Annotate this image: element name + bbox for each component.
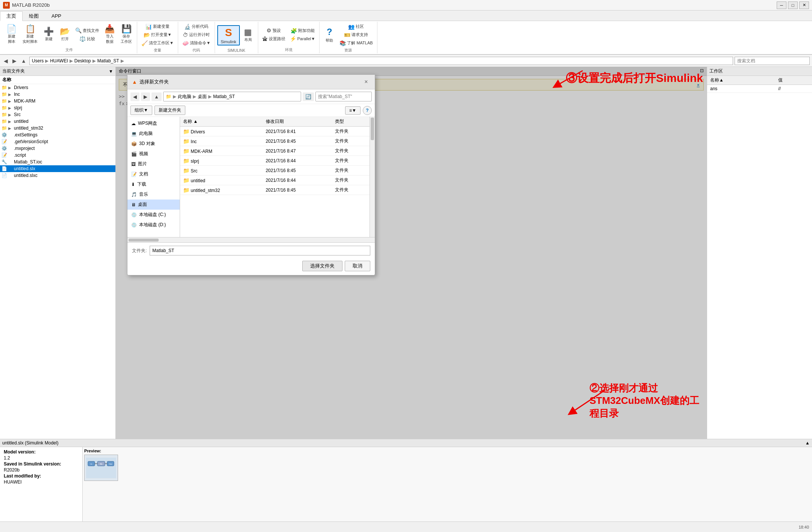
dialog-sidebar-3d[interactable]: 📦 3D 对象 xyxy=(127,139,180,149)
dialog-scroll-thumb[interactable] xyxy=(371,118,374,140)
status-bar: 18:40 xyxy=(0,521,812,532)
dialog-help-button[interactable]: ? xyxy=(363,106,372,115)
dialog-back-button[interactable]: ◀ xyxy=(130,92,139,101)
svg-rect-0 xyxy=(86,458,116,478)
new-live-script-button[interactable]: 📋 新建实时脚本 xyxy=(20,24,40,45)
file-date-drivers: 2021/7/16 8:41 xyxy=(263,127,332,136)
tree-item-inc[interactable]: ▶Inc xyxy=(0,91,115,98)
dialog-refresh-button[interactable]: 🔄 xyxy=(303,92,314,101)
dialog-sidebar-downloads[interactable]: ⬇ 下载 xyxy=(127,179,180,189)
close-button[interactable]: ✕ xyxy=(799,2,809,9)
learn-matlab-button[interactable]: 📚 了解 MATLAB xyxy=(338,39,374,47)
dialog-sidebar-desktop[interactable]: 🖥 桌面 xyxy=(127,200,180,210)
new-script-button[interactable]: 📄 新建脚本 xyxy=(4,24,19,45)
dialog-up-button[interactable]: ▲ xyxy=(151,92,162,101)
save-workspace-button[interactable]: 💾 保存工作区 xyxy=(118,24,135,45)
expand-untitled-icon: ▶ xyxy=(8,119,13,124)
add-features-button[interactable]: 🧩 附加功能 xyxy=(288,27,317,35)
back-button[interactable]: ◀ xyxy=(2,57,9,65)
tab-plot[interactable]: 绘图 xyxy=(23,11,45,21)
file-row-slprj[interactable]: 📁 slprj 2021/7/16 8:44 文件夹 xyxy=(180,156,370,166)
bottom-panel-title: untitled.slx (Simulink Model) xyxy=(2,440,58,446)
dialog-close-button[interactable]: × xyxy=(362,78,370,86)
tab-app[interactable]: APP xyxy=(45,11,68,21)
tree-item-untitled[interactable]: ▶untitled xyxy=(0,118,115,125)
tree-item-get-version-script[interactable]: .getVersionScript xyxy=(0,138,115,145)
compare-button[interactable]: ⚖️ 比较 xyxy=(73,35,101,43)
forward-button[interactable]: ▶ xyxy=(11,57,18,65)
run-time-button[interactable]: ⏱ 运行并计时 xyxy=(180,31,212,39)
dialog-sidebar-wps[interactable]: ☁ WPS网盘 xyxy=(127,118,180,128)
tree-item-untitled-slx[interactable]: untitled.slx xyxy=(0,165,115,172)
set-path-button[interactable]: 🛣 设置路径 xyxy=(261,35,287,43)
dialog-view-button[interactable]: ≡▼ xyxy=(345,106,361,115)
tree-item-ext-settings[interactable]: .extSettings xyxy=(0,131,115,138)
dialog-filename-input[interactable] xyxy=(150,246,370,255)
tree-item-untitled-stm32[interactable]: ▶untitled_stm32 xyxy=(0,125,115,131)
dialog-hscroll-track[interactable] xyxy=(127,237,375,242)
preferences-button[interactable]: ⚙ 预设 xyxy=(261,27,287,35)
dialog-sidebar-docs[interactable]: 📝 文档 xyxy=(127,169,180,179)
file-row-src[interactable]: 📁 Src 2021/7/16 8:45 文件夹 xyxy=(180,166,370,175)
tree-item-slprj[interactable]: ▶slprj xyxy=(0,104,115,111)
new-button[interactable]: ➕ 新建 xyxy=(41,26,56,43)
file-row-untitled[interactable]: 📁 untitled 2021/7/16 8:44 文件夹 xyxy=(180,175,370,185)
tree-item-mxproject[interactable]: .mxproject xyxy=(0,145,115,152)
dialog-sidebar-disk-d[interactable]: 💿 本地磁盘 (D:) xyxy=(127,220,180,230)
tree-item-drivers[interactable]: ▶Drivers xyxy=(0,84,115,91)
dialog-hscroll-thumb[interactable] xyxy=(129,239,159,242)
model-last-modified-label-line: Last modified by: xyxy=(4,473,79,479)
sidebar-collapse-icon[interactable]: ▼ xyxy=(109,69,113,74)
bottom-panel-toggle[interactable]: ▲ xyxy=(805,440,810,446)
tree-item-script[interactable]: .script xyxy=(0,152,115,159)
dialog-title-content: ▲ 选择新文件夹 xyxy=(132,79,169,85)
tab-home[interactable]: 主页 xyxy=(0,11,23,21)
cmd-maximize-icon[interactable]: ⊡ xyxy=(700,68,704,74)
simulink-button[interactable]: S Simulink xyxy=(217,25,240,45)
file-row-untitled-stm32[interactable]: 📁 untitled_stm32 2021/7/16 8:45 文件夹 xyxy=(180,185,370,195)
file-date-inc: 2021/7/16 8:45 xyxy=(263,136,332,146)
up-button[interactable]: ▲ xyxy=(20,57,28,65)
cmd-prompt-label: fx xyxy=(119,101,125,106)
tree-item-matlab-st-ioc[interactable]: Matlab_ST.ioc xyxy=(0,159,115,165)
dialog-search-input[interactable] xyxy=(315,92,372,101)
expand-drivers-icon: ▶ xyxy=(8,86,13,90)
dialog-sidebar-pictures[interactable]: 🖼 图片 xyxy=(127,159,180,169)
file-name-drivers: 📁 Drivers xyxy=(180,127,263,136)
tree-item-src[interactable]: ▶Src xyxy=(0,111,115,118)
minimize-button[interactable]: ─ xyxy=(777,2,786,9)
community-button[interactable]: 👥 社区 xyxy=(338,23,374,30)
new-variable-icon: 📊 xyxy=(145,24,152,29)
request-support-button[interactable]: 🎫 请求支持 xyxy=(338,31,374,39)
open-variable-button[interactable]: 📂 打开变量▼ xyxy=(139,31,176,39)
nav-search-input[interactable] xyxy=(735,57,810,65)
file-row-inc[interactable]: 📁 Inc 2021/7/16 8:45 文件夹 xyxy=(180,136,370,146)
new-variable-button[interactable]: 📊 新建变量 xyxy=(139,23,176,30)
dialog-forward-button[interactable]: ▶ xyxy=(141,92,150,101)
dialog-select-folder-button[interactable]: 选择文件夹 xyxy=(302,261,342,271)
dialog-cancel-button[interactable]: 取消 xyxy=(345,261,370,271)
clear-workspace-button[interactable]: 🧹 清空工作区▼ xyxy=(139,39,176,47)
maximize-button[interactable]: □ xyxy=(788,2,798,9)
file-row-mdk-arm[interactable]: 📁 MDK-ARM 2021/7/16 8:47 文件夹 xyxy=(180,146,370,156)
cmd-notice-dismiss[interactable]: × xyxy=(697,82,700,88)
dialog-sidebar-video[interactable]: 🎬 视频 xyxy=(127,149,180,159)
tree-item-mdk-arm[interactable]: ▶MDK-ARM xyxy=(0,98,115,104)
layout-button[interactable]: ▦ 布局 xyxy=(241,27,256,44)
import-data-button[interactable]: 📥 导入数据 xyxy=(102,24,117,45)
analyze-code-button[interactable]: 🔬 分析代码 xyxy=(180,23,212,30)
dialog-sidebar-computer[interactable]: 💻 此电脑 xyxy=(127,128,180,139)
dialog-sidebar-music[interactable]: 🎵 音乐 xyxy=(127,189,180,200)
dialog-organize-button[interactable]: 组织▼ xyxy=(130,106,152,115)
center-panel: 命令行窗口 ⊡ 不熟悉 MATLAB? 请参阅有关快速入门的资源。 × >> R… xyxy=(116,67,707,439)
find-file-button[interactable]: 🔍 查找文件 xyxy=(73,27,101,35)
clear-commands-button[interactable]: 🧼 清除命令▼ xyxy=(180,39,212,47)
dialog-scroll-track[interactable] xyxy=(370,117,375,237)
parallel-button[interactable]: ⚡ Parallel▼ xyxy=(288,35,317,42)
file-row-drivers[interactable]: 📁 Drivers 2021/7/16 8:41 文件夹 xyxy=(180,127,370,136)
help-button[interactable]: ? 帮助 xyxy=(322,26,337,44)
dialog-new-folder-button[interactable]: 新建文件夹 xyxy=(155,106,185,115)
tree-item-untitled-slxc[interactable]: untitled.slxc xyxy=(0,172,115,179)
dialog-sidebar-disk-c[interactable]: 💿 本地磁盘 (C:) xyxy=(127,210,180,220)
open-button[interactable]: 📂 打开 xyxy=(57,26,73,43)
